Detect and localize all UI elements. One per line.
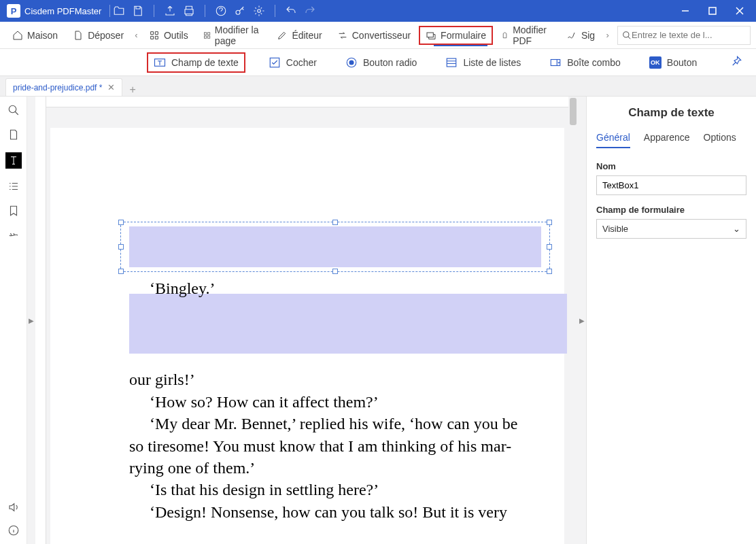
svg-rect-5: [207, 32, 209, 34]
app-title: Cisdem PDFMaster: [24, 6, 101, 16]
sidebar-sound-icon[interactable]: [7, 500, 20, 514]
nav-chevron-right-icon[interactable]: ›: [603, 30, 612, 40]
pin-icon[interactable]: [730, 55, 742, 69]
save-icon[interactable]: [132, 5, 144, 17]
resize-handle[interactable]: [547, 244, 552, 250]
help-icon[interactable]: [215, 5, 227, 17]
properties-panel: Champ de texte Général Apparence Options…: [586, 97, 756, 544]
text-field-selection[interactable]: [120, 222, 550, 272]
left-collapser[interactable]: ▶: [27, 97, 35, 544]
settings-icon[interactable]: [253, 5, 265, 17]
form-list[interactable]: Liste de listes: [440, 54, 526, 71]
svg-rect-14: [447, 58, 457, 67]
resize-handle[interactable]: [547, 269, 552, 274]
svg-rect-3: [709, 7, 716, 14]
document-canvas[interactable]: ‘Bingley.’ our girls!’ ‘How so? How can …: [35, 97, 578, 544]
svg-point-16: [9, 105, 16, 113]
nav-edit-page[interactable]: Modifier la page: [196, 20, 269, 50]
svg-rect-4: [204, 32, 206, 34]
sidebar-crop-icon[interactable]: [7, 228, 20, 242]
resize-handle[interactable]: [118, 220, 124, 225]
form-checkbox[interactable]: Cocher: [263, 54, 322, 71]
panel-tab-appearance[interactable]: Apparence: [644, 132, 690, 148]
nav-sign[interactable]: Sig: [560, 26, 602, 45]
resize-handle[interactable]: [118, 244, 124, 250]
document-tab[interactable]: pride-and-prejudice.pdf * ✕: [5, 78, 122, 96]
svg-rect-6: [204, 35, 206, 37]
close-button[interactable]: [726, 0, 753, 22]
search-box[interactable]: [617, 26, 751, 45]
key-icon[interactable]: [234, 5, 246, 17]
export-icon[interactable]: [164, 5, 176, 17]
sidebar-search-icon[interactable]: [7, 103, 20, 117]
visibility-select[interactable]: Visible ⌄: [596, 219, 746, 239]
panel-title: Champ de texte: [596, 106, 746, 120]
undo-icon[interactable]: [285, 5, 297, 17]
tab-bar: pride-and-prejudice.pdf * ✕ +: [0, 76, 756, 97]
tab-close-icon[interactable]: ✕: [107, 82, 115, 92]
search-input[interactable]: [632, 30, 746, 40]
open-icon[interactable]: [113, 5, 125, 17]
nav-editor[interactable]: Éditeur: [270, 26, 328, 45]
svg-point-9: [623, 31, 629, 37]
sidebar-outline-icon[interactable]: [7, 180, 20, 193]
resize-handle[interactable]: [547, 220, 552, 225]
name-label: Nom: [596, 161, 746, 171]
svg-point-2: [258, 10, 261, 13]
page-view[interactable]: ‘Bingley.’ our girls!’ ‘How so? How can …: [50, 128, 564, 544]
resize-handle[interactable]: [332, 269, 338, 274]
panel-tab-options[interactable]: Options: [704, 132, 736, 148]
form-field-label: Champ de formulaire: [596, 205, 746, 215]
left-sidebar: [0, 97, 27, 544]
resize-handle[interactable]: [332, 220, 338, 225]
search-icon: [622, 31, 632, 40]
maximize-button[interactable]: [699, 0, 726, 22]
form-toolbar: Champ de texte Cocher Bouton radio Liste…: [0, 49, 756, 76]
sidebar-page-icon[interactable]: [7, 128, 20, 141]
horizontal-ruler: [46, 97, 568, 107]
form-radio[interactable]: Bouton radio: [340, 54, 422, 71]
panel-tab-general[interactable]: Général: [596, 132, 630, 148]
app-logo: P: [7, 4, 20, 18]
print-icon[interactable]: [183, 5, 195, 17]
form-combo[interactable]: Boîte combo: [544, 54, 626, 71]
nav-converter[interactable]: Convertisseur: [330, 26, 417, 45]
vertical-scrollbar[interactable]: [568, 97, 578, 544]
nav-bar: Maison Déposer ‹ Outils Modifier la page…: [0, 22, 756, 49]
nav-home[interactable]: Maison: [5, 26, 65, 45]
title-bar: P Cisdem PDFMaster: [0, 0, 756, 22]
resize-handle[interactable]: [118, 269, 124, 274]
form-text-field[interactable]: Champ de texte: [147, 52, 245, 73]
nav-form[interactable]: Formulaire: [419, 26, 493, 45]
form-button[interactable]: OKBouton: [644, 54, 702, 71]
svg-rect-8: [427, 33, 433, 37]
ok-icon: OK: [649, 56, 662, 69]
nav-chevron-left-icon[interactable]: ‹: [132, 30, 141, 40]
sidebar-info-icon[interactable]: [7, 524, 20, 537]
vertical-ruler: [35, 97, 46, 544]
sidebar-bookmark-icon[interactable]: [7, 204, 20, 218]
nav-edit-pdf[interactable]: Modifier PDF: [494, 20, 558, 50]
document-text: ‘Bingley.’ our girls!’ ‘How so? How can …: [129, 277, 537, 523]
minimize-button[interactable]: [672, 0, 699, 22]
redo-icon[interactable]: [304, 5, 316, 17]
chevron-down-icon: ⌄: [733, 224, 740, 234]
name-input[interactable]: [596, 175, 746, 195]
tab-label: pride-and-prejudice.pdf *: [13, 83, 102, 92]
nav-tools[interactable]: Outils: [142, 26, 195, 45]
nav-file[interactable]: Déposer: [66, 26, 131, 45]
sidebar-text-icon[interactable]: [5, 152, 22, 169]
right-collapser[interactable]: ▶: [578, 97, 586, 544]
svg-rect-7: [207, 35, 209, 37]
svg-point-13: [349, 61, 354, 65]
new-tab-button[interactable]: +: [129, 84, 135, 96]
svg-point-1: [236, 10, 240, 14]
